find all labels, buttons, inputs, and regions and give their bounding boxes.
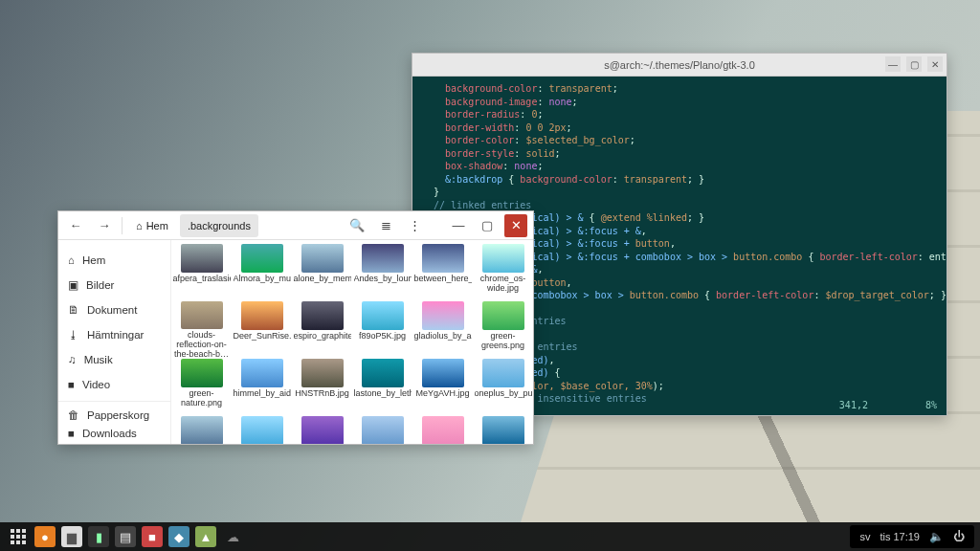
terminal-max-button[interactable]: ▢ [906, 56, 922, 72]
path-bar: ⌂ Hem .backgrounds [128, 214, 258, 237]
path-current[interactable]: .backgrounds [180, 214, 258, 237]
sidebar-item-video[interactable]: ■Video [58, 372, 170, 397]
path-home[interactable]: ⌂ Hem [128, 214, 176, 237]
sidebar-item-hem[interactable]: ⌂Hem [58, 248, 170, 273]
sidebar-item-label: Dokument [87, 304, 137, 316]
file-thumb[interactable]: afpera_traslasierra_by_adn_per… [171, 244, 232, 301]
taskbar: ●▆▮▤■◆▲☁ sv tis 17:19 🔈 ⏻ [0, 522, 980, 551]
keyboard-layout[interactable]: sv [859, 531, 870, 542]
taskbar-text[interactable]: ▤ [115, 526, 136, 547]
menu-icon: ⋮ [409, 218, 421, 232]
file-thumb[interactable]: Deer_SunRise.jpg [232, 301, 292, 359]
file-thumb[interactable]: reflection_by_puscifer91.png [352, 416, 412, 444]
file-thumb[interactable]: Over the clouds_by_gieffe22.jpg [171, 416, 232, 444]
home-icon: ⌂ [136, 220, 143, 231]
file-thumb[interactable]: roseate_by_asiaonly.jpg [412, 416, 473, 444]
taskbar-app3[interactable]: ▲ [195, 526, 216, 547]
taskbar-app4[interactable]: ☁ [222, 526, 243, 547]
file-label: alone_by_memovaslg.png [294, 275, 351, 284]
file-thumb[interactable]: purple_by_asiaonly.jpg [292, 416, 352, 444]
file-thumb[interactable]: lastone_by_lethalnik_art.jpg [352, 359, 412, 416]
file-thumb[interactable]: espiro_graphite.jpg [292, 301, 352, 359]
sidebar-item-musik[interactable]: ♫Musik [58, 347, 170, 372]
sidebar-item-papperskorg[interactable]: 🗑Papperskorg [58, 401, 170, 421]
fm-max-button[interactable]: ▢ [476, 214, 499, 237]
thumbnail-icon [301, 301, 344, 330]
divider [122, 217, 122, 234]
file-label: HNSTRnB.jpg [295, 389, 349, 399]
file-label: Almora_by_mustberesult.png [234, 275, 291, 284]
thumbnail-icon [482, 301, 524, 330]
sidebar-item-dokument[interactable]: 🗎Dokument [58, 298, 170, 322]
fm-min-button[interactable]: — [447, 214, 470, 237]
file-label: between_here_and_there_deskt… [414, 275, 472, 284]
search-button[interactable]: 🔍 [345, 214, 368, 237]
file-thumb[interactable]: chrome_os-wide.jpg [473, 244, 533, 301]
view-mode-button[interactable]: ≣ [374, 214, 397, 237]
file-thumb[interactable]: seaside_by_thatonetommy.png [473, 416, 533, 444]
path-current-label: .backgrounds [188, 220, 251, 231]
power-icon[interactable]: ⏻ [953, 530, 965, 543]
sidebar-item-bilder[interactable]: ▣Bilder [58, 273, 170, 298]
thumbnail-icon [482, 244, 524, 273]
file-thumb[interactable]: Almora_by_mustberesult.png [232, 244, 292, 301]
terminal-title: s@arch:~/.themes/Plano/gtk-3.0 [604, 59, 755, 71]
file-thumb[interactable]: f89oP5K.jpg [352, 301, 412, 359]
file-label: Deer_SunRise.jpg [234, 332, 291, 342]
thumbnail-icon [241, 416, 283, 444]
sidebar-item-label: Bilder [86, 279, 114, 291]
thumbnail-icon [362, 244, 404, 273]
file-label: green-nature.png [173, 389, 231, 408]
sidebar-icon: ■ [68, 379, 75, 390]
terminal-scroll-pct: 8% [925, 399, 937, 412]
file-thumb[interactable]: prop_my_sky.png [232, 416, 292, 444]
thumbnail-icon [362, 301, 404, 330]
terminal-min-button[interactable]: — [885, 56, 901, 72]
sidebar-icon: 🗑 [68, 409, 79, 421]
taskbar-console[interactable]: ▮ [88, 526, 109, 547]
taskbar-app1[interactable]: ■ [142, 526, 163, 547]
file-label: oneplus_by_puscifer91.png [475, 389, 532, 399]
file-label: lastone_by_lethalnik_art.jpg [354, 389, 412, 399]
nav-forward-button[interactable]: → [93, 214, 116, 237]
file-label: afpera_traslasierra_by_adn_per… [173, 275, 231, 284]
thumbnail-icon [241, 359, 283, 387]
file-thumb[interactable]: oneplus_by_puscifer91.png [473, 359, 533, 416]
sidebar-item-label: Hämtningar [87, 329, 144, 341]
terminal-titlebar[interactable]: s@arch:~/.themes/Plano/gtk-3.0 — ▢ ✕ [412, 54, 947, 77]
fm-close-button[interactable]: ✕ [504, 214, 527, 237]
taskbar-firefox[interactable]: ● [34, 526, 56, 547]
file-thumb[interactable]: HNSTRnB.jpg [292, 359, 352, 416]
list-icon: ≣ [381, 218, 391, 232]
nav-back-button[interactable]: ← [64, 214, 87, 237]
taskbar-app2[interactable]: ◆ [168, 526, 189, 547]
thumbnail-icon [301, 244, 344, 273]
file-thumb[interactable]: gladiolus_by_asiaonly.jpg [412, 301, 473, 359]
thumbnail-icon [181, 301, 223, 329]
taskbar-app-launcher[interactable] [8, 526, 29, 547]
sidebar-item-downloads[interactable]: ■Downloads [58, 421, 170, 444]
thumbnail-icon [482, 416, 524, 444]
terminal-close-button[interactable]: ✕ [927, 56, 943, 72]
file-thumb[interactable]: MeYgAVH.jpg [412, 359, 473, 416]
sidebar-item-label: Video [82, 379, 110, 390]
file-thumb[interactable]: green-greens.png [473, 301, 533, 359]
file-label: clouds-reflection-on-the-beach-b… [173, 331, 231, 359]
taskbar-files[interactable]: ▆ [61, 526, 82, 547]
file-thumb[interactable]: himmel_by_aidendrew.jpg [232, 359, 292, 416]
volume-icon[interactable]: 🔈 [929, 530, 944, 543]
clock[interactable]: tis 17:19 [880, 531, 920, 542]
system-tray: sv tis 17:19 🔈 ⏻ [850, 525, 974, 548]
file-thumb[interactable]: green-nature.png [171, 359, 232, 416]
thumbnail-icon [301, 416, 344, 444]
file-thumb[interactable]: between_here_and_there_deskt… [412, 244, 473, 301]
thumbnail-icon [482, 359, 524, 387]
file-thumb[interactable]: alone_by_memovaslg.png [292, 244, 352, 301]
file-thumb[interactable]: clouds-reflection-on-the-beach-b… [171, 301, 232, 359]
sidebar-item-hämtningar[interactable]: ⭳Hämtningar [58, 322, 170, 347]
file-thumb[interactable]: Andes_by_loungedy.jpg [352, 244, 412, 301]
hamburger-button[interactable]: ⋮ [403, 214, 426, 237]
sidebar-icon: ♫ [68, 354, 77, 365]
sidebar-item-label: Papperskorg [87, 409, 149, 421]
file-label: gladiolus_by_asiaonly.jpg [414, 332, 472, 342]
